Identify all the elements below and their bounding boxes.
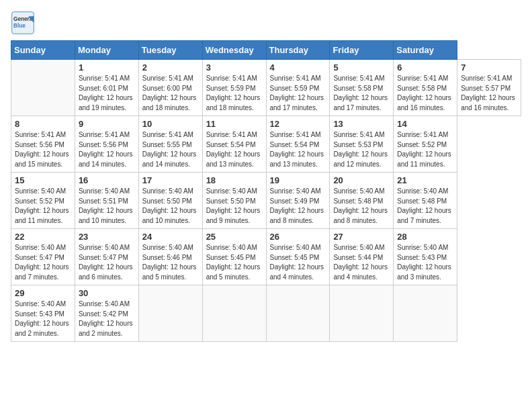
logo: General Blue (11, 11, 38, 35)
calendar-day-cell: 5 Sunrise: 5:41 AM Sunset: 5:58 PM Dayli… (330, 60, 394, 116)
calendar-day-cell: 27 Sunrise: 5:40 AM Sunset: 5:44 PM Dayl… (330, 229, 394, 285)
calendar-day-cell: 13 Sunrise: 5:41 AM Sunset: 5:53 PM Dayl… (330, 116, 394, 173)
weekday-header-cell: Wednesday (202, 41, 266, 60)
calendar-day-cell: 22 Sunrise: 5:40 AM Sunset: 5:47 PM Dayl… (11, 229, 75, 285)
calendar-week-row: 1 Sunrise: 5:41 AM Sunset: 6:01 PM Dayli… (11, 60, 521, 116)
day-info: Sunrise: 5:41 AM Sunset: 5:54 PM Dayligh… (206, 130, 263, 169)
calendar-day-cell: 6 Sunrise: 5:41 AM Sunset: 5:58 PM Dayli… (394, 60, 457, 116)
day-info: Sunrise: 5:40 AM Sunset: 5:43 PM Dayligh… (397, 243, 453, 282)
day-number: 11 (206, 119, 263, 129)
day-info: Sunrise: 5:40 AM Sunset: 5:45 PM Dayligh… (270, 243, 326, 282)
page-header: General Blue (11, 11, 521, 35)
day-info: Sunrise: 5:40 AM Sunset: 5:50 PM Dayligh… (206, 187, 263, 226)
day-info: Sunrise: 5:40 AM Sunset: 5:51 PM Dayligh… (79, 187, 135, 226)
day-number: 29 (15, 288, 71, 298)
day-number: 19 (270, 175, 326, 185)
day-number: 7 (461, 62, 517, 73)
day-number: 3 (206, 62, 263, 73)
calendar-day-cell: 1 Sunrise: 5:41 AM Sunset: 6:01 PM Dayli… (75, 60, 138, 116)
day-number: 9 (79, 119, 135, 129)
weekday-header-cell: Monday (75, 41, 138, 60)
day-number: 21 (397, 175, 453, 185)
day-number: 2 (142, 62, 199, 73)
day-number: 26 (270, 232, 326, 242)
day-number: 5 (333, 62, 390, 73)
calendar-day-cell: 18 Sunrise: 5:40 AM Sunset: 5:50 PM Dayl… (202, 173, 266, 229)
calendar-day-cell: 21 Sunrise: 5:40 AM Sunset: 5:48 PM Dayl… (394, 173, 457, 229)
day-info: Sunrise: 5:40 AM Sunset: 5:47 PM Dayligh… (15, 243, 71, 282)
day-info: Sunrise: 5:40 AM Sunset: 5:42 PM Dayligh… (79, 300, 135, 338)
calendar-day-cell: 11 Sunrise: 5:41 AM Sunset: 5:54 PM Dayl… (202, 116, 266, 173)
calendar-day-cell: 14 Sunrise: 5:41 AM Sunset: 5:52 PM Dayl… (394, 116, 457, 173)
calendar-day-cell: 10 Sunrise: 5:41 AM Sunset: 5:55 PM Dayl… (138, 116, 202, 173)
calendar-week-row: 15 Sunrise: 5:40 AM Sunset: 5:52 PM Dayl… (11, 173, 521, 229)
calendar-empty-cell (202, 285, 266, 342)
calendar-empty-cell (138, 285, 202, 342)
calendar-empty-cell (266, 285, 330, 342)
day-info: Sunrise: 5:41 AM Sunset: 5:59 PM Dayligh… (206, 74, 263, 113)
calendar-empty-cell (394, 285, 457, 342)
day-info: Sunrise: 5:40 AM Sunset: 5:48 PM Dayligh… (397, 187, 453, 226)
day-info: Sunrise: 5:40 AM Sunset: 5:45 PM Dayligh… (206, 243, 263, 282)
calendar-day-cell: 12 Sunrise: 5:41 AM Sunset: 5:54 PM Dayl… (266, 116, 330, 173)
calendar-day-cell: 26 Sunrise: 5:40 AM Sunset: 5:45 PM Dayl… (266, 229, 330, 285)
svg-text:Blue: Blue (13, 23, 26, 29)
day-info: Sunrise: 5:40 AM Sunset: 5:44 PM Dayligh… (333, 243, 390, 282)
day-number: 23 (79, 232, 135, 242)
day-info: Sunrise: 5:40 AM Sunset: 5:52 PM Dayligh… (15, 187, 71, 226)
calendar-day-cell: 16 Sunrise: 5:40 AM Sunset: 5:51 PM Dayl… (75, 173, 138, 229)
logo-icon: General Blue (11, 11, 35, 35)
day-info: Sunrise: 5:40 AM Sunset: 5:46 PM Dayligh… (142, 243, 199, 282)
day-number: 20 (333, 175, 390, 185)
day-number: 12 (270, 119, 326, 129)
day-number: 14 (397, 119, 453, 129)
day-info: Sunrise: 5:40 AM Sunset: 5:48 PM Dayligh… (333, 187, 390, 226)
day-info: Sunrise: 5:41 AM Sunset: 5:57 PM Dayligh… (461, 74, 517, 113)
day-number: 17 (142, 175, 199, 185)
calendar-day-cell: 3 Sunrise: 5:41 AM Sunset: 5:59 PM Dayli… (202, 60, 266, 116)
day-number: 13 (333, 119, 390, 129)
day-number: 15 (15, 175, 71, 185)
calendar-week-row: 29 Sunrise: 5:40 AM Sunset: 5:43 PM Dayl… (11, 285, 521, 342)
day-number: 27 (333, 232, 390, 242)
weekday-header-cell: Friday (330, 41, 394, 60)
day-number: 6 (397, 62, 453, 73)
day-info: Sunrise: 5:41 AM Sunset: 5:53 PM Dayligh… (333, 130, 390, 169)
day-info: Sunrise: 5:40 AM Sunset: 5:49 PM Dayligh… (270, 187, 326, 226)
calendar-day-cell: 30 Sunrise: 5:40 AM Sunset: 5:42 PM Dayl… (75, 285, 138, 342)
day-info: Sunrise: 5:41 AM Sunset: 5:55 PM Dayligh… (142, 130, 199, 169)
day-number: 8 (15, 119, 71, 129)
calendar-body: 1 Sunrise: 5:41 AM Sunset: 6:01 PM Dayli… (11, 60, 521, 342)
day-info: Sunrise: 5:41 AM Sunset: 5:58 PM Dayligh… (333, 74, 390, 113)
calendar-day-cell: 20 Sunrise: 5:40 AM Sunset: 5:48 PM Dayl… (330, 173, 394, 229)
calendar-day-cell: 23 Sunrise: 5:40 AM Sunset: 5:47 PM Dayl… (75, 229, 138, 285)
day-number: 1 (79, 62, 135, 73)
calendar-day-cell: 29 Sunrise: 5:40 AM Sunset: 5:43 PM Dayl… (11, 285, 75, 342)
calendar-day-cell: 28 Sunrise: 5:40 AM Sunset: 5:43 PM Dayl… (394, 229, 457, 285)
calendar-day-cell: 4 Sunrise: 5:41 AM Sunset: 5:59 PM Dayli… (266, 60, 330, 116)
calendar-day-cell: 25 Sunrise: 5:40 AM Sunset: 5:45 PM Dayl… (202, 229, 266, 285)
day-number: 22 (15, 232, 71, 242)
day-info: Sunrise: 5:40 AM Sunset: 5:47 PM Dayligh… (79, 243, 135, 282)
day-info: Sunrise: 5:40 AM Sunset: 5:43 PM Dayligh… (15, 300, 71, 338)
calendar-day-cell: 8 Sunrise: 5:41 AM Sunset: 5:56 PM Dayli… (11, 116, 75, 173)
day-info: Sunrise: 5:41 AM Sunset: 5:59 PM Dayligh… (270, 74, 326, 113)
calendar-day-cell: 24 Sunrise: 5:40 AM Sunset: 5:46 PM Dayl… (138, 229, 202, 285)
weekday-header-cell: Tuesday (138, 41, 202, 60)
day-number: 16 (79, 175, 135, 185)
day-info: Sunrise: 5:41 AM Sunset: 5:56 PM Dayligh… (15, 130, 71, 169)
day-number: 4 (270, 62, 326, 73)
weekday-header-cell: Thursday (266, 41, 330, 60)
day-info: Sunrise: 5:41 AM Sunset: 6:01 PM Dayligh… (79, 74, 135, 113)
day-info: Sunrise: 5:41 AM Sunset: 5:58 PM Dayligh… (397, 74, 453, 113)
day-info: Sunrise: 5:41 AM Sunset: 6:00 PM Dayligh… (142, 74, 199, 113)
calendar-table: SundayMondayTuesdayWednesdayThursdayFrid… (11, 40, 521, 342)
calendar-day-cell: 7 Sunrise: 5:41 AM Sunset: 5:57 PM Dayli… (457, 60, 521, 116)
calendar-week-row: 22 Sunrise: 5:40 AM Sunset: 5:47 PM Dayl… (11, 229, 521, 285)
calendar-empty-cell (11, 60, 75, 116)
weekday-header-cell: Sunday (11, 41, 75, 60)
day-info: Sunrise: 5:40 AM Sunset: 5:50 PM Dayligh… (142, 187, 199, 226)
day-info: Sunrise: 5:41 AM Sunset: 5:56 PM Dayligh… (79, 130, 135, 169)
weekday-header-cell: Saturday (394, 41, 457, 60)
day-number: 25 (206, 232, 263, 242)
